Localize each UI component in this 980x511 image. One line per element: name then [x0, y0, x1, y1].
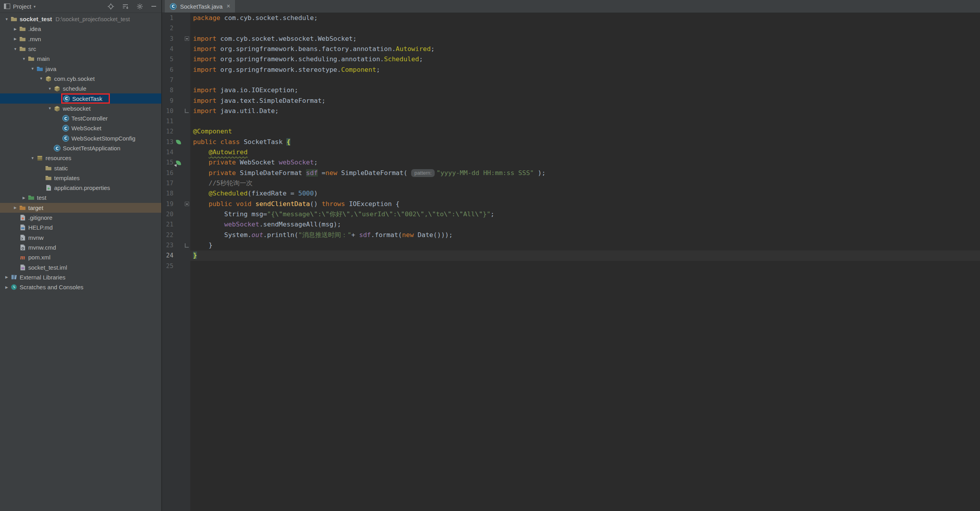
- line-number: 21: [162, 219, 173, 230]
- project-view-selector[interactable]: Project: [13, 3, 31, 10]
- collapsed-arrow-icon[interactable]: ▶: [20, 196, 27, 200]
- settings-gear-icon[interactable]: [137, 3, 143, 10]
- expanded-arrow-icon[interactable]: ▼: [20, 57, 27, 61]
- code-text[interactable]: System.out.println("消息推送时间："+ sdf.format…: [190, 230, 980, 240]
- code-text[interactable]: public void sendClientData() throws IOEx…: [190, 199, 980, 209]
- tree-item-target[interactable]: ▶target: [0, 203, 161, 213]
- code-token: sdf: [306, 169, 318, 177]
- tree-item-label: .gitignore: [28, 214, 53, 221]
- code-text[interactable]: }: [190, 240, 980, 250]
- tree-item-websocket[interactable]: CWebSocket: [0, 123, 161, 133]
- locate-icon[interactable]: [107, 3, 114, 10]
- tree-item-idea[interactable]: ▶.idea: [0, 24, 161, 34]
- tree-item-pom-xml[interactable]: mpom.xml: [0, 252, 161, 262]
- expanded-arrow-icon[interactable]: ▼: [12, 47, 19, 51]
- code-token: public: [193, 138, 217, 146]
- fold-collapse-icon[interactable]: [185, 202, 189, 206]
- tree-item-mvnw[interactable]: mvnw: [0, 233, 161, 243]
- tree-item-external-libraries[interactable]: ▶External Libraries: [0, 272, 161, 282]
- folder-target-icon: [19, 204, 26, 211]
- tree-item-com-cyb-socket[interactable]: ▼com.cyb.socket: [0, 74, 161, 84]
- tree-item-static[interactable]: static: [0, 163, 161, 173]
- hide-panel-icon[interactable]: [151, 3, 157, 9]
- close-tab-icon[interactable]: ×: [226, 3, 230, 9]
- code-text[interactable]: [190, 116, 980, 126]
- tree-item-application-properties[interactable]: application.properties: [0, 183, 161, 193]
- code-text[interactable]: package com.cyb.socket.schedule;: [190, 13, 980, 23]
- code-text[interactable]: private SimpleDateFormat sdf =new Simple…: [190, 168, 980, 178]
- file-git-icon: [19, 214, 26, 221]
- tree-item-testcontroller[interactable]: CTestController: [0, 113, 161, 123]
- expanded-arrow-icon[interactable]: ▼: [38, 77, 45, 80]
- code-text[interactable]: String msg="{\"message\":\"你好\",\"userId…: [190, 209, 980, 219]
- code-text[interactable]: import com.cyb.socket.websocket.WebSocke…: [190, 34, 980, 44]
- code-token: Scheduled: [384, 55, 419, 63]
- gutter-cell: 13: [162, 137, 190, 147]
- project-view-icon[interactable]: [4, 4, 10, 9]
- code-text[interactable]: import org.springframework.scheduling.an…: [190, 54, 980, 64]
- code-text[interactable]: import java.text.SimpleDateFormat;: [190, 96, 980, 106]
- expanded-arrow-icon[interactable]: ▼: [29, 156, 36, 160]
- code-text[interactable]: @Component: [190, 126, 980, 137]
- tree-item-main[interactable]: ▼main: [0, 54, 161, 64]
- folder-icon: [10, 16, 18, 23]
- tree-item-socket-test[interactable]: ▼socket_testD:\socket_project\socket_tes…: [0, 14, 161, 24]
- code-text[interactable]: [190, 261, 980, 271]
- tree-item-gitignore[interactable]: .gitignore: [0, 213, 161, 223]
- code-text[interactable]: webSocket.sendMessageAll(msg);: [190, 219, 980, 230]
- tree-item-test[interactable]: ▶test: [0, 193, 161, 203]
- code-area: 1package com.cyb.socket.schedule;23impor…: [162, 13, 980, 271]
- tree-item-websocket[interactable]: ▼websocket: [0, 104, 161, 113]
- tree-item-sockettask[interactable]: CSocketTask: [0, 93, 161, 103]
- tree-item-label: socket_test.iml: [28, 264, 67, 271]
- tree-item-websocketstompconfig[interactable]: CWebSocketStompConfig: [0, 133, 161, 143]
- code-text[interactable]: @Autowired: [190, 147, 980, 157]
- code-text[interactable]: [190, 75, 980, 85]
- tree-item-socket-test-iml[interactable]: socket_test.iml: [0, 262, 161, 272]
- code-token: WebSocket: [236, 159, 279, 166]
- expanded-arrow-icon[interactable]: ▼: [3, 17, 10, 21]
- collapsed-arrow-icon[interactable]: ▶: [12, 27, 19, 31]
- tree-item-scratches-and-consoles[interactable]: ▶Scratches and Consoles: [0, 282, 161, 292]
- expanded-arrow-icon[interactable]: ▼: [46, 87, 53, 91]
- code-text[interactable]: public class SocketTask {: [190, 137, 980, 147]
- collapse-all-icon[interactable]: [122, 3, 129, 10]
- editor-body[interactable]: 1package com.cyb.socket.schedule;23impor…: [162, 13, 980, 511]
- fold-collapse-icon[interactable]: [185, 36, 189, 41]
- tree-item-resources[interactable]: ▼resources: [0, 153, 161, 163]
- expanded-arrow-icon[interactable]: ▼: [46, 106, 53, 110]
- code-text[interactable]: //5秒轮询一次: [190, 178, 980, 188]
- collapsed-arrow-icon[interactable]: ▶: [3, 285, 10, 289]
- spring-bean-icon[interactable]: [176, 139, 181, 144]
- gutter-cell: 14: [162, 147, 190, 157]
- tree-item-sockettestapplication[interactable]: CSocketTestApplication: [0, 143, 161, 153]
- code-text[interactable]: import java.util.Date;: [190, 106, 980, 116]
- code-token: ,: [424, 210, 428, 218]
- tree-item-java[interactable]: ▼java: [0, 64, 161, 73]
- tree-item-help-md[interactable]: HELP.md: [0, 223, 161, 232]
- tree-item-src[interactable]: ▼src: [0, 44, 161, 54]
- collapsed-arrow-icon[interactable]: ▶: [12, 206, 19, 210]
- autowired-dependency-icon[interactable]: [176, 160, 181, 165]
- code-text[interactable]: [190, 23, 980, 33]
- code-text[interactable]: }: [190, 250, 980, 261]
- tab-sockettask-java[interactable]: C SocketTask.java ×: [165, 0, 235, 13]
- code-token: =: [318, 169, 326, 177]
- code-token: \": [354, 210, 362, 218]
- tree-item-schedule[interactable]: ▼schedule: [0, 84, 161, 93]
- code-line-14: 14 @Autowired: [162, 147, 980, 157]
- collapsed-arrow-icon[interactable]: ▶: [12, 37, 19, 41]
- tree-item-templates[interactable]: templates: [0, 173, 161, 183]
- tree-item-mvnw-cmd[interactable]: mvnw.cmd: [0, 243, 161, 252]
- code-text[interactable]: import java.io.IOException;: [190, 85, 980, 95]
- package-icon: [53, 85, 61, 92]
- collapsed-arrow-icon[interactable]: ▶: [3, 275, 10, 279]
- code-text[interactable]: @Scheduled(fixedRate = 5000): [190, 188, 980, 199]
- expanded-arrow-icon[interactable]: ▼: [29, 67, 36, 71]
- code-text[interactable]: private WebSocket webSocket;: [190, 157, 980, 168]
- tree-item-mvn[interactable]: ▶.mvn: [0, 34, 161, 44]
- chevron-down-icon[interactable]: ▾: [34, 4, 36, 9]
- line-number: 6: [162, 65, 173, 75]
- code-text[interactable]: import org.springframework.beans.factory…: [190, 44, 980, 54]
- code-text[interactable]: import org.springframework.stereotype.Co…: [190, 65, 980, 75]
